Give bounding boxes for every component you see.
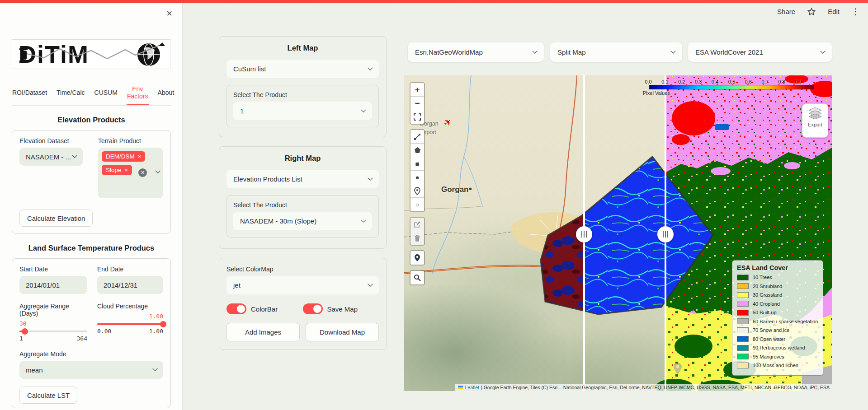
colorbar-toggle[interactable] [226,303,246,314]
left-map-source-select[interactable]: CuSum list [226,60,379,78]
layers-icon [808,107,822,119]
chevron-down-icon[interactable] [155,168,160,173]
terrain-product-label: Terrain Product [98,137,163,144]
savemap-toggle[interactable] [303,303,323,314]
legend-item: 30 Grassland [737,292,818,298]
right-map-source-select[interactable]: Elevation Products List [226,170,379,188]
zoom-in-icon[interactable]: + [410,83,424,97]
calculate-elevation-button[interactable]: Calculate Elevation [19,210,93,227]
cloud-percentage-label: Cloud Percentage [97,303,163,310]
sidebar-tab[interactable]: ROI/Dataset [12,83,47,105]
ditimo-logo: DiTiM [12,39,170,69]
search-icon[interactable] [410,271,424,284]
aggregate-mode-select[interactable]: mean [19,361,163,379]
map-mode-select[interactable]: Split Map [550,42,682,62]
sidebar-tab[interactable]: Env Factors [127,83,149,105]
split-handle-left[interactable] [576,226,592,242]
draw-circle-icon[interactable]: ● [410,171,424,184]
aggregate-range-slider[interactable] [19,331,87,332]
sidebar-tabs: ROI/DatasetTime/CalcCUSUMEnv FactorsAbou… [12,83,171,106]
legend-item: 20 Shrubland [737,283,818,289]
add-images-button[interactable]: Add Images [226,323,300,341]
colorbar-tick: 0.2 [676,79,687,84]
edit-button[interactable]: Edit [828,8,840,15]
lst-card: Start Date 2014/01/01 End Date 2014/12/3… [12,258,171,408]
colormap-label: Select ColorMap [226,266,379,273]
share-button[interactable]: Share [777,8,795,15]
legend-swatch [737,354,749,359]
chevron-down-icon [368,281,373,286]
chevron-down-icon [820,48,825,53]
terrain-chip[interactable]: Slope × [102,165,132,175]
chip-remove-icon[interactable]: × [138,153,142,160]
chevron-down-icon [361,217,366,222]
sidebar: × DiTiM ROI/DatasetTime/CalcCUSUMEnv Fac… [0,3,183,410]
esa-landcover-legend: ESA Land Cover 10 Trees 20 Shrubland 30 … [732,260,823,376]
place-marker-icon[interactable] [410,251,424,265]
layers-control[interactable]: Export [802,103,828,138]
aggregate-range-min: 1 [19,335,23,342]
legend-swatch [737,363,749,368]
right-map-product-select[interactable]: NASADEM - 30m (Slope) [233,212,372,230]
draw-rectangle-icon[interactable]: ■ [410,157,424,171]
zoom-out-icon[interactable]: − [410,97,424,110]
favorite-star-icon[interactable] [807,7,816,16]
slider-thumb[interactable] [22,328,28,335]
start-date-input[interactable]: 2014/01/01 [19,276,87,294]
colormap-select[interactable]: jet [226,276,379,294]
right-map-product-card: Select The Product NASADEM - 30m (Slope) [226,195,379,238]
colorbar-tick: 0.5 [726,79,737,84]
cloud-percentage-max: 1.00 [149,328,163,335]
draw-circlemarker-icon[interactable]: ○ [410,198,424,211]
basemap-select[interactable]: Esri.NatGeoWorldMap [408,42,544,62]
right-map-panel: Right Map Elevation Products List Select… [219,146,387,249]
split-handle-right[interactable] [657,226,674,242]
download-map-button[interactable]: Download Map [306,323,379,341]
chevron-down-icon [670,48,675,53]
overflow-menu-icon[interactable]: ⋮ [851,6,860,17]
aggregate-range-max: 364 [77,335,87,342]
terrain-chip[interactable]: DEM/DSM × [102,151,145,162]
draw-polygon-icon[interactable] [410,144,424,157]
split-map[interactable]: Gorgan Airport ✈ Gorgan● + − [404,75,832,391]
calculate-lst-button[interactable]: Calculate LST [19,387,77,404]
top-decoration-bar [0,0,868,3]
cloud-percentage-slider[interactable] [97,323,163,325]
end-date-input[interactable]: 2014/12/31 [97,276,163,294]
chip-remove-icon[interactable]: × [125,167,128,173]
pixel-values-colorbar: 0.00.10.20.30.40.50.60.70.80.9 Pixel Val… [643,79,816,96]
slider-thumb[interactable] [160,321,166,327]
leaflet-link[interactable]: Leaflet [465,385,479,390]
clear-all-icon[interactable]: ✕ [138,168,147,177]
start-date-label: Start Date [19,266,87,273]
legend-item: 95 Mangroves [737,354,818,360]
colorbar-title: Pixel Values [643,90,816,96]
elevation-dataset-select[interactable]: NASADEM - ... [19,148,83,166]
sidebar-tab[interactable]: CUSUM [94,83,118,105]
chevron-down-icon [368,65,373,70]
export-button-label[interactable]: Export [808,122,822,127]
leaflet-flag-icon [458,386,463,389]
sidebar-close-icon[interactable]: × [166,9,172,19]
fullscreen-icon[interactable] [410,110,424,124]
terrain-product-multiselect[interactable]: DEM/DSM × Slope × ✕ [98,148,163,198]
left-map-title: Left Map [226,44,379,52]
select-product-label: Select The Product [233,201,372,209]
right-map-title: Right Map [226,154,379,163]
left-map-product-card: Select The Product 1 [226,85,379,127]
sidebar-tab[interactable]: About [157,83,175,105]
legend-swatch [737,283,749,289]
sidebar-tab[interactable]: Time/Calc [56,83,85,105]
colorbar-tick: 0.7 [760,79,770,84]
overlay-select[interactable]: ESA WorldCover 2021 [688,42,832,62]
map-toolbar: + − ■ ● ○ [410,82,425,290]
legend-swatch [737,345,749,351]
delete-layers-icon[interactable] [410,231,424,245]
draw-polyline-icon[interactable] [410,130,424,144]
output-panel: Select ColorMap jet ColorBar Save Map Ad… [219,258,387,350]
aggregate-mode-label: Aggregate Mode [19,350,163,358]
legend-swatch [737,301,749,307]
draw-marker-icon[interactable] [410,184,424,198]
edit-layers-icon[interactable] [410,218,424,231]
left-map-product-select[interactable]: 1 [233,102,372,120]
